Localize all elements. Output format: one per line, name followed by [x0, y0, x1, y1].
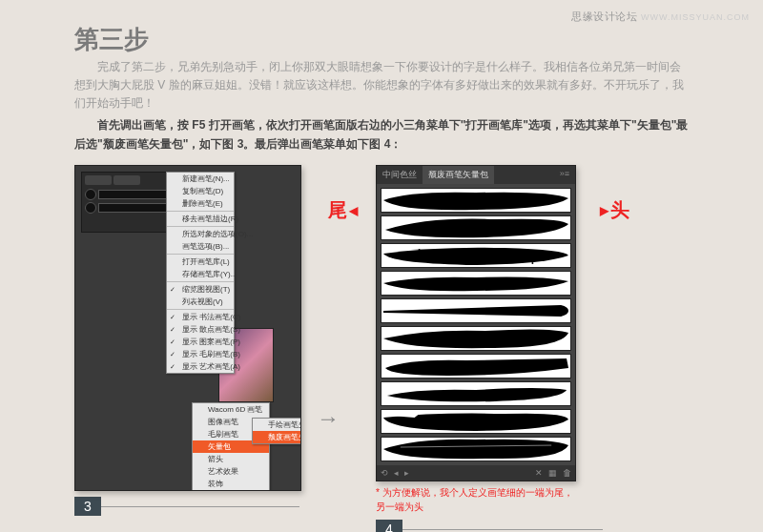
- next-icon[interactable]: ▸: [404, 468, 409, 478]
- figure-3: 新建画笔(N)... 复制画笔(D) 删除画笔(E) 移去画笔描边(R) 所选对…: [74, 165, 301, 516]
- intro-paragraph: 完成了第二步，兄弟先别急动手，闭上你那双大眼睛想象一下你要设计的字是什么样子。我…: [74, 58, 689, 113]
- brush-stroke-10[interactable]: [381, 437, 571, 461]
- svg-point-0: [419, 249, 421, 251]
- figure-4: 尾◀ ▶头 中间色丝 颓废画笔矢量包 »≡: [355, 165, 603, 532]
- arrow-icon: →: [317, 405, 340, 432]
- brush-stroke-6[interactable]: [381, 326, 571, 351]
- prev-icon[interactable]: ◂: [394, 468, 399, 478]
- figure-number-4: 4: [376, 520, 402, 532]
- brush-stroke-4[interactable]: [381, 271, 571, 296]
- watermark: 思缘设计论坛WWW.MISSYUAN.COM: [571, 10, 750, 24]
- panel-footer: ⟲ ◂ ▸ ✕ ▦ 🗑: [377, 465, 575, 481]
- trash-icon[interactable]: 🗑: [563, 468, 571, 478]
- brush-panel-menu-screenshot: 新建画笔(N)... 复制画笔(D) 删除画笔(E) 移去画笔描边(R) 所选对…: [74, 165, 301, 491]
- vector-pack-submenu[interactable]: 手绘画笔矢量包 颓废画笔矢量包: [252, 418, 301, 444]
- reset-icon[interactable]: ⟲: [381, 468, 388, 478]
- brush-stroke-1[interactable]: [381, 188, 571, 213]
- new-icon[interactable]: ▦: [548, 468, 557, 478]
- brush-stroke-5[interactable]: [381, 298, 571, 323]
- delete-icon[interactable]: ✕: [535, 468, 543, 478]
- brush-library-submenu[interactable]: Wacom 6D 画笔 图像画笔 毛刷画笔 矢量包 箭头 艺术效果 装饰 边框 …: [192, 402, 270, 491]
- brush-stroke-7[interactable]: [381, 354, 571, 379]
- step-title: 第三步: [74, 23, 689, 56]
- brush-library-panel: 中间色丝 颓废画笔矢量包 »≡: [376, 165, 576, 481]
- figure-number-3: 3: [74, 497, 101, 516]
- brush-stroke-3[interactable]: [381, 243, 571, 268]
- panel-menu-icon[interactable]: »≡: [554, 166, 575, 184]
- head-label: ▶头: [600, 197, 629, 223]
- brush-list: [377, 184, 575, 465]
- brush-stroke-2[interactable]: [381, 215, 571, 240]
- tab-mid[interactable]: 中间色丝: [377, 166, 423, 184]
- tab-grunge-pack[interactable]: 颓废画笔矢量包: [423, 166, 494, 184]
- brush-stroke-8[interactable]: [381, 381, 571, 406]
- instruction-paragraph: 首先调出画笔，按 F5 打开画笔，依次打开画笔面版右边的小三角菜单下"打开画笔库…: [74, 115, 689, 154]
- svg-point-1: [531, 262, 533, 264]
- footnote: * 为方便解说，我个人定义画笔细的一端为尾，另一端为头: [376, 485, 574, 514]
- brush-stroke-9[interactable]: [381, 409, 571, 434]
- tail-label: 尾◀: [328, 197, 358, 223]
- panel-flyout-menu[interactable]: 新建画笔(N)... 复制画笔(D) 删除画笔(E) 移去画笔描边(R) 所选对…: [166, 172, 235, 374]
